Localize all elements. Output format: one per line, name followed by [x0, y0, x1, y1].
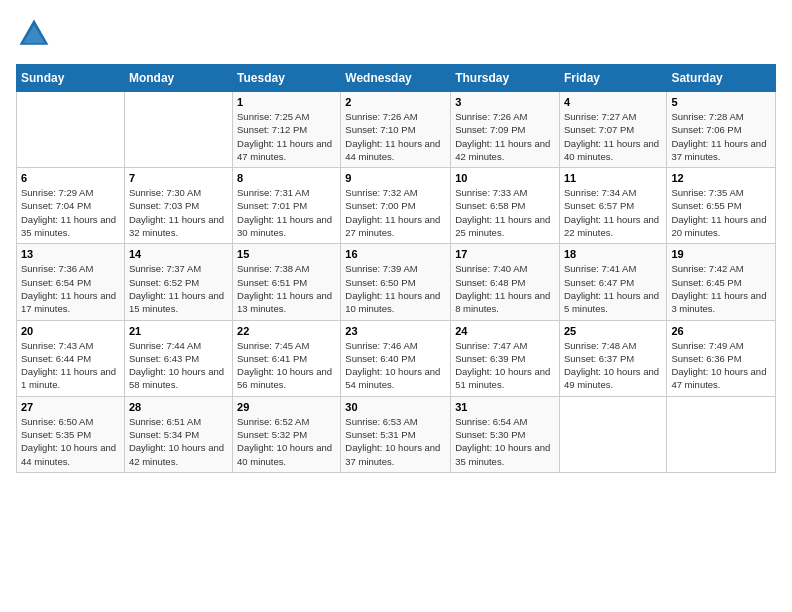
day-info: Sunrise: 7:31 AM Sunset: 7:01 PM Dayligh…: [237, 186, 336, 239]
day-info: Sunrise: 7:44 AM Sunset: 6:43 PM Dayligh…: [129, 339, 228, 392]
day-info: Sunrise: 6:50 AM Sunset: 5:35 PM Dayligh…: [21, 415, 120, 468]
logo-icon: [16, 16, 52, 52]
calendar-cell: 22Sunrise: 7:45 AM Sunset: 6:41 PM Dayli…: [233, 320, 341, 396]
day-number: 8: [237, 172, 336, 184]
calendar-cell: 28Sunrise: 6:51 AM Sunset: 5:34 PM Dayli…: [124, 396, 232, 472]
day-number: 21: [129, 325, 228, 337]
calendar-cell: 23Sunrise: 7:46 AM Sunset: 6:40 PM Dayli…: [341, 320, 451, 396]
day-number: 6: [21, 172, 120, 184]
calendar-cell: 2Sunrise: 7:26 AM Sunset: 7:10 PM Daylig…: [341, 92, 451, 168]
day-info: Sunrise: 7:26 AM Sunset: 7:09 PM Dayligh…: [455, 110, 555, 163]
day-number: 12: [671, 172, 771, 184]
day-number: 23: [345, 325, 446, 337]
calendar-cell: 27Sunrise: 6:50 AM Sunset: 5:35 PM Dayli…: [17, 396, 125, 472]
day-number: 17: [455, 248, 555, 260]
day-info: Sunrise: 7:26 AM Sunset: 7:10 PM Dayligh…: [345, 110, 446, 163]
day-info: Sunrise: 7:41 AM Sunset: 6:47 PM Dayligh…: [564, 262, 662, 315]
col-header-tuesday: Tuesday: [233, 65, 341, 92]
day-number: 4: [564, 96, 662, 108]
calendar-cell: 24Sunrise: 7:47 AM Sunset: 6:39 PM Dayli…: [451, 320, 560, 396]
calendar-cell: 7Sunrise: 7:30 AM Sunset: 7:03 PM Daylig…: [124, 168, 232, 244]
day-info: Sunrise: 7:36 AM Sunset: 6:54 PM Dayligh…: [21, 262, 120, 315]
day-info: Sunrise: 7:48 AM Sunset: 6:37 PM Dayligh…: [564, 339, 662, 392]
calendar-cell: 31Sunrise: 6:54 AM Sunset: 5:30 PM Dayli…: [451, 396, 560, 472]
calendar-cell: 26Sunrise: 7:49 AM Sunset: 6:36 PM Dayli…: [667, 320, 776, 396]
day-number: 7: [129, 172, 228, 184]
week-row-5: 27Sunrise: 6:50 AM Sunset: 5:35 PM Dayli…: [17, 396, 776, 472]
day-info: Sunrise: 7:49 AM Sunset: 6:36 PM Dayligh…: [671, 339, 771, 392]
col-header-monday: Monday: [124, 65, 232, 92]
day-number: 3: [455, 96, 555, 108]
page-header: [16, 16, 776, 52]
calendar-table: SundayMondayTuesdayWednesdayThursdayFrid…: [16, 64, 776, 473]
day-info: Sunrise: 7:47 AM Sunset: 6:39 PM Dayligh…: [455, 339, 555, 392]
day-info: Sunrise: 7:37 AM Sunset: 6:52 PM Dayligh…: [129, 262, 228, 315]
calendar-cell: 16Sunrise: 7:39 AM Sunset: 6:50 PM Dayli…: [341, 244, 451, 320]
calendar-cell: 8Sunrise: 7:31 AM Sunset: 7:01 PM Daylig…: [233, 168, 341, 244]
day-number: 2: [345, 96, 446, 108]
day-number: 13: [21, 248, 120, 260]
week-row-1: 1Sunrise: 7:25 AM Sunset: 7:12 PM Daylig…: [17, 92, 776, 168]
calendar-cell: 13Sunrise: 7:36 AM Sunset: 6:54 PM Dayli…: [17, 244, 125, 320]
day-info: Sunrise: 7:32 AM Sunset: 7:00 PM Dayligh…: [345, 186, 446, 239]
calendar-cell: 11Sunrise: 7:34 AM Sunset: 6:57 PM Dayli…: [559, 168, 666, 244]
calendar-cell: 21Sunrise: 7:44 AM Sunset: 6:43 PM Dayli…: [124, 320, 232, 396]
day-info: Sunrise: 7:40 AM Sunset: 6:48 PM Dayligh…: [455, 262, 555, 315]
col-header-wednesday: Wednesday: [341, 65, 451, 92]
calendar-cell: 5Sunrise: 7:28 AM Sunset: 7:06 PM Daylig…: [667, 92, 776, 168]
day-number: 16: [345, 248, 446, 260]
calendar-cell: [124, 92, 232, 168]
day-number: 28: [129, 401, 228, 413]
day-number: 18: [564, 248, 662, 260]
day-info: Sunrise: 6:53 AM Sunset: 5:31 PM Dayligh…: [345, 415, 446, 468]
calendar-cell: 18Sunrise: 7:41 AM Sunset: 6:47 PM Dayli…: [559, 244, 666, 320]
day-number: 11: [564, 172, 662, 184]
calendar-cell: 9Sunrise: 7:32 AM Sunset: 7:00 PM Daylig…: [341, 168, 451, 244]
day-info: Sunrise: 7:29 AM Sunset: 7:04 PM Dayligh…: [21, 186, 120, 239]
calendar-cell: 4Sunrise: 7:27 AM Sunset: 7:07 PM Daylig…: [559, 92, 666, 168]
day-info: Sunrise: 7:42 AM Sunset: 6:45 PM Dayligh…: [671, 262, 771, 315]
col-header-friday: Friday: [559, 65, 666, 92]
calendar-cell: 14Sunrise: 7:37 AM Sunset: 6:52 PM Dayli…: [124, 244, 232, 320]
week-row-2: 6Sunrise: 7:29 AM Sunset: 7:04 PM Daylig…: [17, 168, 776, 244]
calendar-cell: 12Sunrise: 7:35 AM Sunset: 6:55 PM Dayli…: [667, 168, 776, 244]
calendar-cell: 15Sunrise: 7:38 AM Sunset: 6:51 PM Dayli…: [233, 244, 341, 320]
day-number: 22: [237, 325, 336, 337]
header-row: SundayMondayTuesdayWednesdayThursdayFrid…: [17, 65, 776, 92]
calendar-cell: 20Sunrise: 7:43 AM Sunset: 6:44 PM Dayli…: [17, 320, 125, 396]
day-number: 27: [21, 401, 120, 413]
day-info: Sunrise: 7:33 AM Sunset: 6:58 PM Dayligh…: [455, 186, 555, 239]
day-number: 29: [237, 401, 336, 413]
logo: [16, 16, 58, 52]
day-number: 31: [455, 401, 555, 413]
day-number: 26: [671, 325, 771, 337]
week-row-4: 20Sunrise: 7:43 AM Sunset: 6:44 PM Dayli…: [17, 320, 776, 396]
day-info: Sunrise: 6:52 AM Sunset: 5:32 PM Dayligh…: [237, 415, 336, 468]
calendar-cell: 30Sunrise: 6:53 AM Sunset: 5:31 PM Dayli…: [341, 396, 451, 472]
day-number: 1: [237, 96, 336, 108]
calendar-cell: 6Sunrise: 7:29 AM Sunset: 7:04 PM Daylig…: [17, 168, 125, 244]
day-number: 14: [129, 248, 228, 260]
day-number: 15: [237, 248, 336, 260]
col-header-saturday: Saturday: [667, 65, 776, 92]
day-info: Sunrise: 7:25 AM Sunset: 7:12 PM Dayligh…: [237, 110, 336, 163]
week-row-3: 13Sunrise: 7:36 AM Sunset: 6:54 PM Dayli…: [17, 244, 776, 320]
calendar-cell: [667, 396, 776, 472]
calendar-cell: 25Sunrise: 7:48 AM Sunset: 6:37 PM Dayli…: [559, 320, 666, 396]
day-number: 20: [21, 325, 120, 337]
day-info: Sunrise: 7:43 AM Sunset: 6:44 PM Dayligh…: [21, 339, 120, 392]
day-info: Sunrise: 7:39 AM Sunset: 6:50 PM Dayligh…: [345, 262, 446, 315]
day-number: 19: [671, 248, 771, 260]
calendar-cell: 29Sunrise: 6:52 AM Sunset: 5:32 PM Dayli…: [233, 396, 341, 472]
day-info: Sunrise: 7:38 AM Sunset: 6:51 PM Dayligh…: [237, 262, 336, 315]
day-number: 10: [455, 172, 555, 184]
day-info: Sunrise: 7:30 AM Sunset: 7:03 PM Dayligh…: [129, 186, 228, 239]
day-number: 30: [345, 401, 446, 413]
day-info: Sunrise: 7:35 AM Sunset: 6:55 PM Dayligh…: [671, 186, 771, 239]
day-number: 24: [455, 325, 555, 337]
day-info: Sunrise: 7:27 AM Sunset: 7:07 PM Dayligh…: [564, 110, 662, 163]
calendar-cell: 19Sunrise: 7:42 AM Sunset: 6:45 PM Dayli…: [667, 244, 776, 320]
calendar-cell: [559, 396, 666, 472]
day-info: Sunrise: 6:54 AM Sunset: 5:30 PM Dayligh…: [455, 415, 555, 468]
day-info: Sunrise: 6:51 AM Sunset: 5:34 PM Dayligh…: [129, 415, 228, 468]
